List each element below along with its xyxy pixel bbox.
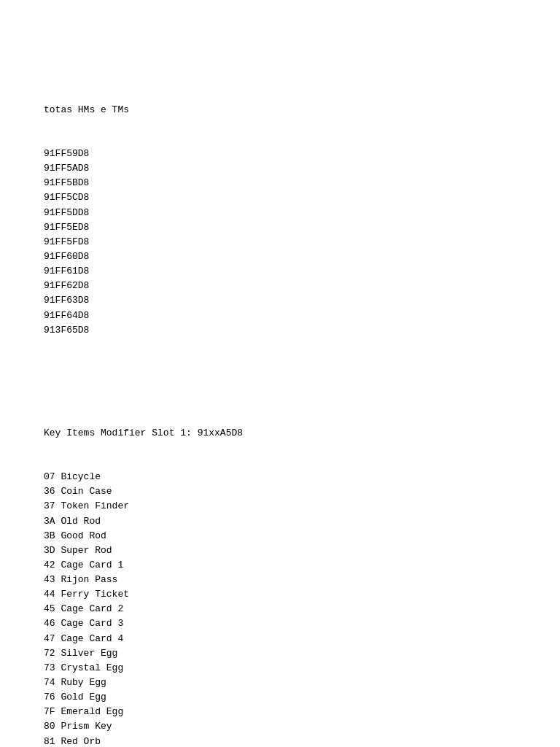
hm-tm-code-item: 91FF60D8 bbox=[44, 249, 516, 264]
hm-tm-code-item: 913F65D8 bbox=[44, 323, 516, 338]
key-item: 43 Rijon Pass bbox=[44, 573, 516, 587]
hm-tm-code-item: 91FF63D8 bbox=[44, 293, 516, 308]
key-item: 07 Bicycle bbox=[44, 470, 516, 484]
hm-tm-code-item: 91FF5CD8 bbox=[44, 190, 516, 205]
hm-tm-code-item: 91FF61D8 bbox=[44, 264, 516, 279]
key-items-header: Key Items Modifier Slot 1: 91xxA5D8 bbox=[44, 426, 516, 441]
key-item: 81 Red Orb bbox=[44, 735, 516, 747]
key-items-list: 07 Bicycle36 Coin Case37 Token Finder3A … bbox=[44, 470, 516, 747]
key-item: 3B Good Rod bbox=[44, 529, 516, 543]
key-item: 42 Cage Card 1 bbox=[44, 558, 516, 573]
key-item: 3D Super Rod bbox=[44, 543, 516, 558]
key-item: 3A Old Rod bbox=[44, 514, 516, 529]
hm-tm-codes-list: 91FF59D891FF5AD891FF5BD891FF5CD891FF5DD8… bbox=[44, 147, 516, 338]
hms-tms-header: totas HMs e TMs bbox=[44, 103, 516, 117]
hm-tm-code-item: 91FF5ED8 bbox=[44, 220, 516, 235]
hm-tm-code-item: 91FF62D8 bbox=[44, 279, 516, 293]
key-item: 46 Cage Card 3 bbox=[44, 616, 516, 631]
hms-tms-section: totas HMs e TMs 91FF59D891FF5AD891FF5BD8… bbox=[44, 73, 516, 747]
key-item: 74 Ruby Egg bbox=[44, 676, 516, 690]
key-item: 80 Prism Key bbox=[44, 719, 516, 734]
key-item: 47 Cage Card 4 bbox=[44, 632, 516, 646]
key-item: 45 Cage Card 2 bbox=[44, 602, 516, 616]
key-item: 73 Crystal Egg bbox=[44, 661, 516, 676]
key-item: 7F Emerald Egg bbox=[44, 705, 516, 719]
hm-tm-code-item: 91FF5DD8 bbox=[44, 206, 516, 220]
key-item: 36 Coin Case bbox=[44, 484, 516, 499]
hm-tm-code-item: 91FF59D8 bbox=[44, 147, 516, 161]
key-item: 44 Ferry Ticket bbox=[44, 587, 516, 602]
hm-tm-code-item: 91FF5BD8 bbox=[44, 176, 516, 190]
key-item: 37 Token Finder bbox=[44, 499, 516, 514]
page-content: totas HMs e TMs 91FF59D891FF5AD891FF5BD8… bbox=[44, 44, 516, 747]
hm-tm-code-item: 91FF5AD8 bbox=[44, 161, 516, 176]
key-item: 72 Silver Egg bbox=[44, 646, 516, 661]
hm-tm-code-item: 91FF64D8 bbox=[44, 309, 516, 323]
key-item: 76 Gold Egg bbox=[44, 690, 516, 705]
hm-tm-code-item: 91FF5FD8 bbox=[44, 235, 516, 249]
